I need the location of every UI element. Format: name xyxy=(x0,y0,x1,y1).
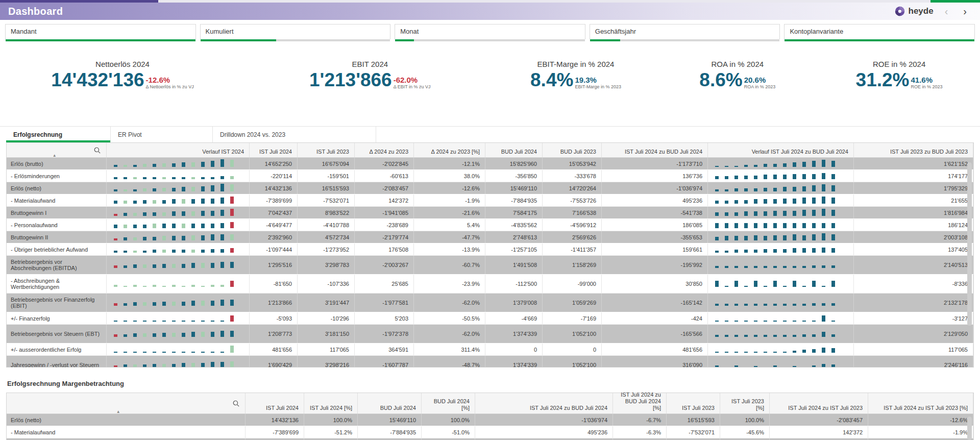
value-cell[interactable]: 5.4% xyxy=(414,219,485,231)
column-header-bud-juli-2024-[interactable]: BUD Juli 2024 [%] xyxy=(422,393,475,413)
row-label[interactable]: Bruttogewinn I xyxy=(7,207,107,218)
row-label[interactable]: Betriebsergebnis vor Abschreibungen (EBI… xyxy=(7,256,107,274)
value-cell[interactable]: -60.7% xyxy=(414,256,485,274)
value-cell[interactable]: -7'884'935 xyxy=(485,194,543,206)
nav-next-button[interactable]: › xyxy=(959,6,971,16)
value-cell[interactable]: 142'372 xyxy=(770,426,868,438)
value-cell[interactable]: -1'036'974 xyxy=(475,414,613,426)
value-cell[interactable]: 481'656 xyxy=(602,344,708,355)
value-cell[interactable]: -51.0% xyxy=(422,426,475,438)
value-cell[interactable]: 2'748'613 xyxy=(485,231,543,243)
row-label[interactable]: Erlös (netto) xyxy=(7,182,107,194)
value-cell[interactable]: 186'124 xyxy=(854,219,973,231)
value-cell[interactable]: -2'083'457 xyxy=(770,414,868,426)
tab-drilldown-2024-vs-2023[interactable]: Drilldown 2024 vs. 2023 xyxy=(213,127,376,142)
value-cell[interactable]: -220'114 xyxy=(250,170,298,182)
value-cell[interactable]: -23.9% xyxy=(414,275,485,293)
value-cell[interactable]: 1'213'866 xyxy=(250,294,298,312)
row-label[interactable]: - Erlösminderungen xyxy=(7,170,107,182)
value-cell[interactable]: 7'584'175 xyxy=(485,207,543,218)
column-header-bud-juli-2024[interactable]: BUD Juli 2024 xyxy=(358,393,422,413)
value-cell[interactable]: 3'298'216 xyxy=(298,356,355,367)
value-cell[interactable]: 30'850 xyxy=(602,275,708,293)
row-label[interactable]: Jahresgewinn / -verlust vor Steuern xyxy=(7,356,107,367)
value-cell[interactable]: 21'655 xyxy=(854,194,973,206)
column-header-ist-juli-2024-[interactable]: IST Juli 2024 [%] xyxy=(304,393,358,413)
value-cell[interactable]: -2'179'774 xyxy=(355,231,414,243)
value-cell[interactable]: -10'296 xyxy=(298,312,355,324)
value-cell[interactable]: -51.2% xyxy=(304,426,358,438)
value-cell[interactable]: 2'129'050 xyxy=(854,325,973,343)
value-cell[interactable]: -50.5% xyxy=(414,312,485,324)
value-cell[interactable]: 174'177 xyxy=(854,170,973,182)
value-cell[interactable]: 1'374'339 xyxy=(485,356,543,367)
value-cell[interactable]: -8'336 xyxy=(854,275,973,293)
value-cell[interactable]: 14'720'264 xyxy=(543,182,602,194)
value-cell[interactable]: -4'649'477 xyxy=(250,219,298,231)
value-cell[interactable]: -1'173'710 xyxy=(602,158,708,169)
value-cell[interactable]: -2'022'845 xyxy=(355,158,414,169)
value-cell[interactable]: -333'678 xyxy=(543,170,602,182)
value-cell[interactable]: -45.6% xyxy=(720,426,770,438)
value-cell[interactable]: -12.6% xyxy=(414,182,485,194)
value-cell[interactable]: -541'738 xyxy=(602,207,708,218)
value-cell[interactable]: 16'675'094 xyxy=(298,158,355,169)
value-cell[interactable]: -6.3% xyxy=(613,426,667,438)
value-cell[interactable]: 3'191'447 xyxy=(298,294,355,312)
value-cell[interactable]: 136'736 xyxy=(602,170,708,182)
value-cell[interactable]: -112'500 xyxy=(485,275,543,293)
value-cell[interactable]: -356'850 xyxy=(485,170,543,182)
value-cell[interactable]: -81'650 xyxy=(250,275,298,293)
value-cell[interactable]: 14'432'136 xyxy=(246,414,304,426)
value-cell[interactable]: -5'093 xyxy=(250,312,298,324)
filter-box-mandant[interactable]: Mandant xyxy=(5,24,196,39)
value-cell[interactable]: 100.0% xyxy=(720,414,770,426)
value-cell[interactable]: 2'140'513 xyxy=(854,256,973,274)
row-label[interactable]: - Personalaufwand xyxy=(7,219,107,231)
value-cell[interactable]: -7'169 xyxy=(543,312,602,324)
value-cell[interactable]: 5'203 xyxy=(355,312,414,324)
value-cell[interactable]: 2'392'960 xyxy=(250,231,298,243)
value-cell[interactable]: -1'977'581 xyxy=(355,294,414,312)
tab-erfolgsrechnung[interactable]: Erfolgsrechnung xyxy=(6,127,111,142)
value-cell[interactable]: -60'613 xyxy=(355,170,414,182)
column-header-ist-juli-2023[interactable]: IST Juli 2023 xyxy=(667,393,720,413)
value-cell[interactable]: -62.0% xyxy=(414,294,485,312)
value-cell[interactable]: 14'652'250 xyxy=(250,158,298,169)
value-cell[interactable]: -1'257'105 xyxy=(485,243,543,255)
value-cell[interactable]: 1'295'516 xyxy=(250,256,298,274)
value-cell[interactable]: -165'566 xyxy=(602,325,708,343)
row-label[interactable]: Betriebsergebnis vor Steuern (EBT) xyxy=(7,325,107,343)
row-label[interactable]: - Materialaufwand xyxy=(7,426,246,438)
value-cell[interactable]: -7'532'071 xyxy=(667,426,720,438)
row-label[interactable]: - Übriger betrieblicher Aufwand xyxy=(7,243,107,255)
value-cell[interactable]: -107'336 xyxy=(298,275,355,293)
value-cell[interactable]: 0 xyxy=(543,344,602,355)
column-header--2024-zu-2023[interactable]: Δ 2024 zu 2023 xyxy=(355,143,414,157)
value-cell[interactable]: 176'508 xyxy=(355,243,414,255)
value-cell[interactable]: 15'053'942 xyxy=(543,158,602,169)
value-cell[interactable]: -4'669 xyxy=(485,312,543,324)
value-cell[interactable]: 2'132'178 xyxy=(854,294,973,312)
value-cell[interactable]: -7'532'071 xyxy=(298,194,355,206)
value-cell[interactable]: -1.9% xyxy=(414,194,485,206)
column-header-bud-juli-2024[interactable]: BUD Juli 2024 xyxy=(485,143,543,157)
value-cell[interactable]: -21.6% xyxy=(414,207,485,218)
column-header-ist-juli-2023-zu-bud-juli-2023[interactable]: IST Juli 2023 zu BUD Juli 2023 xyxy=(854,143,973,157)
value-cell[interactable]: -238'689 xyxy=(355,219,414,231)
value-cell[interactable]: -7'553'726 xyxy=(543,194,602,206)
value-cell[interactable]: -62.0% xyxy=(414,325,485,343)
value-cell[interactable]: 16'515'593 xyxy=(298,182,355,194)
value-cell[interactable]: 364'591 xyxy=(355,344,414,355)
value-cell[interactable]: 1'690'429 xyxy=(250,356,298,367)
value-cell[interactable]: 8'983'522 xyxy=(298,207,355,218)
value-cell[interactable]: 38.0% xyxy=(414,170,485,182)
filter-box-kumuliert[interactable]: Kumuliert xyxy=(200,24,391,39)
value-cell[interactable]: -1'097'444 xyxy=(250,243,298,255)
filter-box-kontoplanvariante[interactable]: Kontoplanvariante xyxy=(784,24,975,39)
search-icon[interactable] xyxy=(232,400,240,407)
row-label[interactable]: Betriebsergebnis vor Finanzerfolg (EBIT) xyxy=(7,294,107,312)
column-header-ist-juli-2024-zu-bud-juli-2024[interactable]: IST Juli 2024 zu BUD Juli 2024 xyxy=(475,393,613,413)
value-cell[interactable]: 159'661 xyxy=(602,243,708,255)
value-cell[interactable]: 15'825'960 xyxy=(485,158,543,169)
